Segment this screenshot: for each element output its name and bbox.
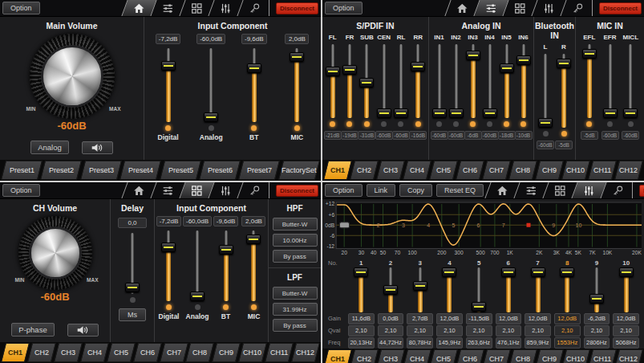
preset-tab-factoryset[interactable]: FactorySet: [278, 161, 320, 180]
slider-handle[interactable]: [557, 59, 571, 68]
channel-tab-ch3[interactable]: CH3: [376, 349, 405, 363]
channel-tab-ch9[interactable]: CH9: [535, 349, 564, 363]
band-gain-value[interactable]: 2,7dB: [407, 313, 433, 324]
mixer-level-slider[interactable]: [622, 44, 638, 118]
mixer-level-slider[interactable]: [393, 44, 409, 118]
preset-tab-preset2[interactable]: Preset2: [40, 161, 82, 180]
mute-button[interactable]: [82, 141, 113, 154]
band-gain-value[interactable]: 11,6dB: [348, 313, 375, 324]
option-button[interactable]: Option: [2, 2, 40, 14]
preset-tab-preset3[interactable]: Preset3: [80, 161, 122, 180]
channel-tab-ch5[interactable]: CH5: [107, 343, 136, 362]
delay-unit-button[interactable]: Ms: [119, 308, 146, 321]
mixer-level-slider[interactable]: [556, 54, 572, 128]
band-gain-value[interactable]: 12,0dB: [496, 313, 522, 324]
channel-tab-ch2[interactable]: CH2: [350, 349, 379, 363]
delay-slider[interactable]: [124, 233, 140, 294]
slider-handle[interactable]: [411, 62, 425, 71]
input-level-slider[interactable]: [246, 48, 262, 122]
channel-tab-ch8[interactable]: CH8: [185, 343, 214, 362]
slider-handle[interactable]: [246, 235, 261, 244]
input-level-slider[interactable]: [218, 230, 234, 301]
slider-handle[interactable]: [161, 61, 176, 71]
mixer-level-slider[interactable]: [537, 54, 553, 128]
mixer-level-slider[interactable]: [482, 44, 498, 118]
band-gain-value[interactable]: 0,0dB: [378, 313, 404, 324]
channel-tab-ch11[interactable]: CH11: [588, 349, 617, 363]
slider-handle[interactable]: [531, 267, 545, 277]
channel-tab-ch1[interactable]: CH1: [1, 343, 30, 362]
mixer-level-slider[interactable]: [465, 44, 481, 118]
input-level-slider[interactable]: [289, 48, 305, 122]
input-level-slider[interactable]: [189, 230, 205, 301]
band-freq-value[interactable]: 80,78Hz: [407, 337, 433, 349]
band-freq-value[interactable]: 263,6Hz: [466, 337, 492, 349]
mixer-level-slider[interactable]: [448, 44, 464, 118]
slider-handle[interactable]: [501, 267, 516, 277]
nav-tab-key[interactable]: [560, 0, 594, 16]
slider-handle[interactable]: [538, 118, 553, 128]
band-freq-value[interactable]: 20,13Hz: [348, 337, 375, 349]
mixer-level-slider[interactable]: [499, 44, 515, 118]
slider-handle[interactable]: [472, 302, 486, 312]
mixer-level-slider[interactable]: [358, 44, 375, 118]
input-level-slider[interactable]: [203, 48, 219, 122]
band-qval-value[interactable]: 2,10: [496, 325, 522, 336]
slider-handle[interactable]: [603, 108, 618, 118]
eq-band-slider[interactable]: [559, 267, 575, 312]
disconnect-button[interactable]: Disconnect: [639, 185, 644, 197]
band-qval-value[interactable]: 2,10: [613, 325, 639, 336]
slider-handle[interactable]: [413, 281, 427, 291]
slider-handle[interactable]: [219, 245, 233, 255]
slider-handle[interactable]: [449, 108, 464, 118]
channel-tab-ch11[interactable]: CH11: [265, 343, 294, 362]
slider-handle[interactable]: [619, 267, 634, 277]
band-freq-value[interactable]: 2806Hz: [584, 337, 610, 349]
nav-tab-key[interactable]: [237, 0, 271, 16]
band-qval-value[interactable]: 2,10: [436, 325, 463, 336]
mixer-level-slider[interactable]: [376, 44, 392, 118]
band-gain-value[interactable]: 12,0dB: [436, 313, 463, 324]
slider-handle[interactable]: [560, 267, 574, 277]
channel-tab-ch7[interactable]: CH7: [482, 161, 511, 180]
slider-handle[interactable]: [290, 52, 304, 62]
band-qval-value[interactable]: 2,10: [554, 325, 581, 336]
slider-handle[interactable]: [582, 49, 597, 59]
preset-tab-preset7[interactable]: Preset7: [238, 161, 280, 180]
band-qval-value[interactable]: 2,10: [378, 325, 404, 336]
nav-tab-key[interactable]: [600, 182, 634, 198]
hpf-type-button[interactable]: Butter-W: [273, 218, 318, 230]
preset-tab-preset5[interactable]: Preset5: [160, 161, 201, 180]
lpf-bypass-button[interactable]: By pass: [273, 319, 318, 332]
input-level-slider[interactable]: [245, 230, 261, 301]
slider-handle[interactable]: [383, 285, 398, 295]
channel-tab-ch6[interactable]: CH6: [133, 343, 162, 362]
p-phase-button[interactable]: P-phase: [11, 323, 54, 336]
channel-tab-ch10[interactable]: CH10: [561, 161, 590, 180]
channel-tab-ch8[interactable]: CH8: [508, 349, 537, 363]
eq-band-slider[interactable]: [589, 267, 605, 312]
disconnect-button[interactable]: Disconnect: [599, 2, 642, 14]
slider-handle[interactable]: [342, 65, 357, 75]
channel-tab-ch1[interactable]: CH1: [323, 161, 352, 180]
channel-tab-ch6[interactable]: CH6: [456, 161, 484, 180]
band-gain-value[interactable]: -6,2dB: [584, 313, 610, 324]
channel-tab-ch11[interactable]: CH11: [588, 161, 617, 180]
input-level-slider[interactable]: [160, 230, 176, 301]
channel-tab-ch4[interactable]: CH4: [403, 161, 431, 180]
band-freq-value[interactable]: 1553Hz: [554, 337, 581, 349]
slider-handle[interactable]: [204, 112, 218, 122]
link-button[interactable]: Link: [367, 184, 396, 197]
channel-tab-ch1[interactable]: CH1: [323, 349, 352, 363]
hpf-freq-button[interactable]: 10.00Hz: [273, 234, 318, 247]
channel-tab-ch4[interactable]: CH4: [403, 349, 431, 363]
slider-handle[interactable]: [326, 67, 340, 76]
disconnect-button[interactable]: Disconnect: [276, 185, 318, 197]
channel-tab-ch4[interactable]: CH4: [80, 343, 109, 362]
slider-handle[interactable]: [394, 108, 408, 118]
eq-band-slider[interactable]: [471, 267, 487, 312]
preset-tab-preset4[interactable]: Preset4: [119, 161, 161, 180]
eq-band-slider[interactable]: [353, 267, 369, 312]
disconnect-button[interactable]: Disconnect: [276, 2, 318, 14]
band-qval-value[interactable]: 2,10: [348, 325, 375, 336]
